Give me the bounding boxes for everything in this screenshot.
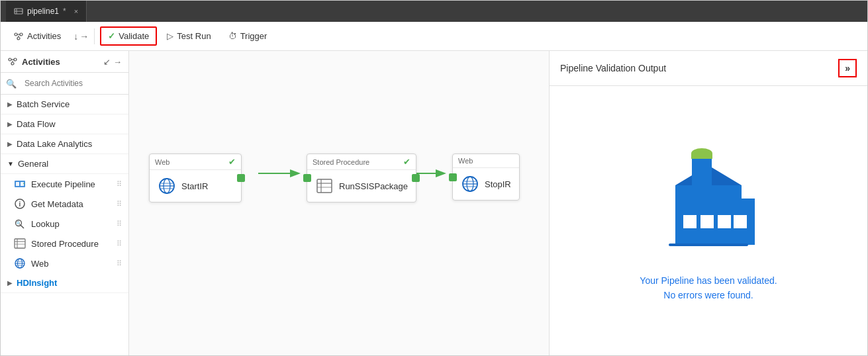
search-input[interactable] [21,77,123,90]
sidebar-item-general[interactable]: ▼ General [1,154,128,174]
pipeline-tab-icon [14,7,23,16]
get-metadata-label: Get Metadata [31,199,83,209]
node-stop-ir-icon [461,175,479,193]
main-content: Activities ↙ → 🔍 ▶ Batch Service ▶ Data … [1,51,867,355]
node-run-ssis-icon [315,177,334,195]
sidebar-item-hdinsight[interactable]: ▶ HDInsight [1,273,128,293]
trigger-button[interactable]: ⏱ Trigger [221,27,275,45]
search-icon: 🔍 [6,79,17,89]
factory-illustration [655,139,761,260]
node-run-ssis[interactable]: Stored Procedure ✔ RunSSISPack [307,154,416,202]
svg-text:🔍: 🔍 [16,220,22,226]
node-run-ssis-connector-left[interactable] [303,174,311,182]
svg-text:i: i [19,200,21,208]
batch-service-label: Batch Service [17,99,70,109]
batch-service-arrow: ▶ [7,101,13,108]
sidebar-title: Activities [22,57,60,67]
node-run-ssis-type: Stored Procedure [313,158,369,166]
stored-procedure-drag[interactable]: ⠿ [117,240,122,248]
svg-point-6 [17,37,20,40]
node-start-ir[interactable]: Web ✔ StartIR [149,154,242,202]
svg-point-4 [20,33,23,36]
validation-header: Pipeline Validation Output » [550,51,867,86]
data-lake-analytics-label: Data Lake Analytics [17,139,92,149]
get-metadata-drag[interactable]: ⠿ [117,200,122,208]
svg-rect-57 [669,244,748,246]
sidebar-item-data-flow[interactable]: ▶ Data Flow [1,114,128,134]
activity-execute-pipeline[interactable]: Execute Pipeline ⠿ [1,174,128,194]
svg-line-20 [21,226,24,229]
expand-icon[interactable]: → [113,57,122,67]
validate-button[interactable]: ✓ Validate [100,26,157,46]
sidebar-item-batch-service[interactable]: ▶ Batch Service [1,95,128,114]
validation-close-button[interactable]: » [838,59,857,77]
node-start-ir-icon [158,177,176,195]
node-start-ir-connector-right[interactable] [237,174,245,182]
node-stop-ir-name: StopIR [485,179,511,189]
svg-rect-55 [718,215,731,228]
activities-sidebar-icon [7,56,18,67]
validation-content: Your Pipeline has been validated. No err… [550,86,867,355]
general-arrow: ▼ [7,160,14,167]
filter-icon[interactable]: ↓ [73,31,78,42]
execute-pipeline-drag[interactable]: ⠿ [117,180,122,189]
sidebar-item-data-lake-analytics[interactable]: ▶ Data Lake Analytics [1,134,128,154]
execute-pipeline-label: Execute Pipeline [31,179,95,189]
validate-label: Validate [119,31,149,41]
tab-title: pipeline1 [27,7,59,16]
svg-point-8 [9,58,11,61]
activity-lookup[interactable]: 🔍 Lookup ⠿ [1,214,128,234]
execute-pipeline-icon [14,178,26,190]
collapse-icon[interactable]: ↙ [103,57,111,67]
lookup-drag[interactable]: ⠿ [117,220,122,228]
tab-close-button[interactable]: × [74,7,78,15]
svg-rect-38 [317,179,332,193]
svg-rect-14 [16,182,19,186]
trigger-icon: ⏱ [228,31,237,41]
svg-rect-54 [700,215,714,228]
node-run-ssis-connector-right[interactable] [412,174,420,182]
validation-title: Pipeline Validation Output [560,63,838,73]
arrow-icon[interactable]: → [79,31,89,42]
activities-icon [13,31,24,42]
validation-message-line2: No errors were found. [640,288,777,302]
validation-panel: Pipeline Validation Output » [550,51,867,355]
validation-message-line1: Your Pipeline has been validated. [640,273,777,288]
node-start-ir-name: StartIR [181,181,208,191]
node-stop-ir-type: Web [458,157,473,165]
general-activities-list: Execute Pipeline ⠿ i Get Metadata ⠿ [1,174,128,273]
tab-bar: pipeline1 * × [1,1,867,22]
web-label: Web [31,259,49,269]
activities-label: Activities [27,31,61,41]
pipeline-canvas-area[interactable]: Web ✔ StartIR [129,51,550,355]
get-metadata-icon: i [14,198,26,210]
activities-button[interactable]: Activities [6,27,68,46]
pipeline-canvas: Web ✔ StartIR [129,51,549,355]
node-run-ssis-check: ✔ [403,157,410,167]
activity-get-metadata[interactable]: i Get Metadata ⠿ [1,194,128,214]
node-stop-ir-header: Web [453,154,519,168]
sidebar: Activities ↙ → 🔍 ▶ Batch Service ▶ Data … [1,51,129,355]
tab-modified: * [63,7,66,16]
node-start-ir-type: Web [155,158,169,166]
svg-point-11 [11,62,14,65]
web-icon [14,257,26,269]
pipeline-connectors-svg [129,51,549,355]
activity-stored-procedure[interactable]: Stored Procedure ⠿ [1,234,128,253]
data-flow-arrow: ▶ [7,120,13,128]
svg-point-3 [15,33,17,36]
test-run-button[interactable]: ▷ Test Run [160,27,218,45]
node-start-ir-body: StartIR [150,170,241,202]
lookup-icon: 🔍 [14,218,26,230]
node-stop-ir-connector-left[interactable] [449,173,457,181]
data-lake-analytics-arrow: ▶ [7,140,13,148]
activity-web[interactable]: Web ⠿ [1,253,128,273]
svg-rect-22 [15,239,25,248]
web-drag[interactable]: ⠿ [117,259,122,268]
lookup-label: Lookup [31,219,60,229]
node-run-ssis-name: RunSSISPackage [339,181,408,191]
stored-procedure-label: Stored Procedure [31,239,99,249]
node-stop-ir[interactable]: Web StopIR [452,154,520,200]
pipeline-tab[interactable]: pipeline1 * × [6,1,87,22]
test-run-label: Test Run [177,31,211,41]
